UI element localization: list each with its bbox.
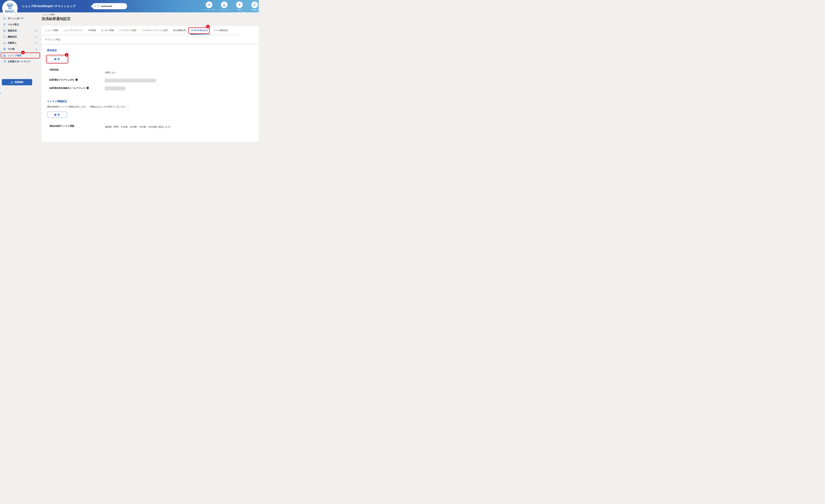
grid-icon: [3, 47, 6, 51]
sidebar-item-per-payment[interactable]: 都度決済: [0, 28, 41, 33]
retry-settings-heading: リトライ間隔設定: [47, 100, 67, 103]
field-label-text: 結果通知失敗連絡先メールアドレス: [50, 87, 85, 89]
sidebar-collapse-icon[interactable]: [0, 51, 1, 53]
tab-mail-notify[interactable]: メール通知設定: [213, 29, 228, 32]
shop-id-title: ショップID:testShopId / テストショップ: [22, 0, 75, 12]
sidebar-item-label: ダッシュボード: [8, 17, 23, 20]
redacted-value-url: [105, 79, 156, 82]
tab-link-type[interactable]: リンクタイプ設定: [119, 29, 137, 32]
subtab-bar: オプション申込: [42, 35, 259, 44]
store-icon: [3, 54, 6, 57]
field-value-usage: 利用しない: [105, 71, 116, 74]
chevron-down-icon: [35, 42, 37, 44]
user-id-label: testUserId: [101, 5, 112, 7]
info-icon[interactable]: [75, 79, 78, 81]
tool-label: FAQ: [238, 9, 241, 11]
retry-settings-description: 通知失敗時のリトライ間隔を設定します。（間隔はおおよその目安でございます。）: [47, 105, 130, 108]
tab-shop-password[interactable]: ショップパスワード: [63, 29, 83, 32]
tab-payment-deadline[interactable]: 支払期限設定: [173, 29, 186, 32]
logo-expander[interactable]: [13, 11, 17, 15]
tab-link-type-domain[interactable]: リンクタイプドメイン設定: [142, 29, 168, 32]
repeat-icon: [3, 41, 6, 45]
tab-option-apply[interactable]: オプション申込: [45, 38, 60, 41]
tool-sublabel: よくあるご質問: [233, 12, 245, 14]
annotation-badge-1: 1: [21, 51, 25, 54]
tab-api-info[interactable]: API情報: [88, 29, 96, 32]
sidebar: ダッシュボード マルチ取引 都度決済 継続決済 自動売上 その他 ショップ管理 …: [0, 12, 41, 142]
settings-card: ショップ情報 ショップパスワード API情報 ユーザー情報 リンクタイプ設定 リ…: [42, 26, 259, 142]
sidebar-item-label: その他: [8, 48, 14, 51]
document-button[interactable]: ドキュメント: [218, 1, 231, 14]
check-circle-icon: [3, 29, 6, 32]
breadcrumb[interactable]: ショップ管理: [42, 13, 55, 16]
page-title: 決済結果通知設定: [42, 16, 71, 21]
dashboard-icon: [3, 17, 6, 20]
basic-settings-heading: 基本設定: [47, 49, 57, 52]
field-label-retry-interval: 通知失敗時リトライ間隔: [50, 125, 74, 128]
user-icon: [97, 4, 100, 8]
sidebar-item-label: 継続決済: [8, 35, 17, 38]
sidebar-item-label: ショップ管理: [8, 54, 21, 57]
sidebar-item-support-web[interactable]: お客様サポートウェブ: [0, 59, 41, 64]
header-toolbar: コードサンプル ドキュメント FAQ よくあるご質問 お問合せ: [203, 1, 259, 14]
cube-icon: [3, 23, 6, 26]
info-icon[interactable]: [86, 87, 89, 89]
code-sample-button[interactable]: コードサンプル: [203, 1, 216, 14]
sidebar-item-dashboard[interactable]: ダッシュボード: [0, 16, 41, 21]
tab-label: 決済結果通知設定: [191, 29, 208, 31]
sidebar-item-others[interactable]: その他: [0, 47, 41, 51]
retry-edit-button[interactable]: 編 集: [47, 112, 67, 118]
tool-label: コードサンプル: [203, 9, 215, 11]
terms-button-label: 利用規約: [14, 81, 23, 84]
annotation-badge-3: 3: [65, 53, 69, 57]
chevron-down-icon: [14, 12, 16, 13]
field-label-usage: 利用有無: [50, 68, 58, 71]
sidebar-item-multi-transaction[interactable]: マルチ取引: [0, 22, 41, 27]
sidebar-item-shop-admin[interactable]: ショップ管理: [0, 54, 41, 58]
sidebar-item-auto-sales[interactable]: 自動売上: [0, 41, 41, 45]
field-value-retry-interval: 線形的（即時、10分後、30分後、70分後、150分後に再送します）: [105, 126, 172, 128]
tool-label: ドキュメント: [219, 9, 229, 11]
refresh-icon: [3, 35, 6, 39]
annotation-badge-2: 2: [206, 25, 210, 28]
field-label-text: 結果通知プログラムURL: [50, 79, 74, 81]
field-label-failure-mail: 結果通知失敗連絡先メールアドレス: [50, 87, 89, 90]
question-icon: [236, 1, 243, 8]
storefront-icon: [6, 3, 14, 10]
external-link-icon: [3, 60, 6, 63]
basic-edit-button[interactable]: 編 集: [47, 56, 67, 62]
sidebar-collapse-icon[interactable]: [0, 92, 1, 94]
sidebar-item-label: お客様サポートウェブ: [8, 60, 30, 63]
redacted-value-email: [105, 86, 125, 90]
sidebar-item-recurring-payment[interactable]: 継続決済: [0, 34, 41, 39]
chevron-down-icon: [94, 5, 96, 7]
user-menu[interactable]: testUserId: [92, 3, 127, 9]
tab-payment-result-notify[interactable]: 決済結果通知設定: [191, 29, 208, 32]
document-icon: [221, 1, 228, 8]
terms-of-use-button[interactable]: 利用規約: [2, 79, 32, 85]
sidebar-item-label: マルチ取引: [8, 23, 19, 26]
tab-shop-info[interactable]: ショップ情報: [45, 29, 58, 32]
app-header: ショップID:testShopId / テストショップ testUserId コ…: [0, 0, 259, 12]
active-tab-underline: [191, 34, 210, 34]
app-logo[interactable]: SHOP: [2, 0, 18, 16]
faq-button[interactable]: FAQ よくあるご質問: [233, 1, 246, 14]
chevron-down-icon: [35, 36, 37, 38]
contact-button[interactable]: お問合せ: [248, 1, 259, 14]
field-label-notify-url: 結果通知プログラムURL: [50, 78, 78, 81]
subtab-divider: [42, 44, 259, 45]
download-icon: [11, 81, 13, 83]
pill-notch: [91, 5, 92, 7]
sidebar-item-label: 自動売上: [8, 42, 17, 45]
tool-label: お問合せ: [251, 9, 258, 11]
sidebar-item-label: 都度決済: [8, 29, 17, 32]
chat-icon: [251, 1, 258, 8]
code-icon: [206, 1, 212, 8]
tab-user-info[interactable]: ユーザー情報: [101, 29, 114, 32]
chevron-down-icon: [35, 30, 37, 31]
tab-bar: ショップ情報 ショップパスワード API情報 ユーザー情報 リンクタイプ設定 リ…: [42, 26, 259, 35]
chevron-down-icon: [35, 48, 37, 50]
